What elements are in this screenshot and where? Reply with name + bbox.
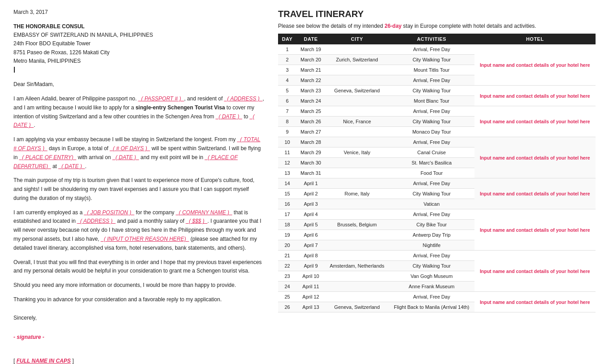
col-city: CITY bbox=[325, 34, 389, 44]
col-activities: ACTIVITIES bbox=[389, 34, 474, 44]
p1-text2: , and resident of bbox=[184, 95, 224, 102]
cell-city bbox=[325, 168, 389, 178]
cell-city: Geneva, Switzerland bbox=[325, 86, 389, 96]
salutation: Dear Sir/Madam, bbox=[13, 80, 265, 89]
cell-day: 26 bbox=[278, 302, 296, 312]
cell-activity: Nightlife bbox=[389, 240, 474, 251]
cell-date: March 25 bbox=[296, 106, 325, 117]
paragraph-4: I am currently employed as a _( JOB POSI… bbox=[13, 208, 265, 253]
addressee-line3: 8751 Paseo de Roxas, 1226 Makati City bbox=[13, 48, 265, 57]
p4-salary-ph: _( $$$ )_ bbox=[186, 218, 207, 224]
cell-activity: Monaco Day Tour bbox=[389, 127, 474, 137]
paragraph-7: Thanking you in advance for your conside… bbox=[13, 295, 265, 304]
days-count: 26-day bbox=[384, 23, 401, 29]
cell-activity: Mount Titlis Tour bbox=[389, 65, 474, 75]
cell-city: Rome, Italy bbox=[325, 189, 389, 199]
cell-day: 25 bbox=[278, 292, 296, 302]
cell-city bbox=[325, 209, 389, 220]
cell-day: 9 bbox=[278, 127, 296, 137]
p2-text6: at bbox=[51, 163, 59, 169]
cell-hotel: Input name and contact details of your h… bbox=[474, 209, 596, 251]
fullname-ph: FULL NAME IN CAPS bbox=[17, 358, 71, 364]
addressee-block: THE HONORABLE CONSUL EMBASSY OF SWITZERL… bbox=[13, 22, 265, 74]
cell-date: March 21 bbox=[296, 65, 325, 75]
table-row: 25April 12Arrival, Free DayInput name an… bbox=[278, 292, 596, 302]
subtitle-text-after: stay in Europe complete with hotel detai… bbox=[402, 23, 536, 29]
cell-city: Geneva, Switzerland bbox=[325, 302, 389, 312]
cell-date: March 30 bbox=[296, 158, 325, 168]
cell-activity: Antwerp Day Trip bbox=[389, 230, 474, 240]
cell-city bbox=[325, 44, 389, 55]
fullname-bracket-open: [ bbox=[13, 358, 17, 364]
cell-hotel: Input name and contact details of your h… bbox=[474, 137, 596, 178]
cell-day: 17 bbox=[278, 209, 296, 220]
letter-section: March 3, 2017 THE HONORABLE CONSUL EMBAS… bbox=[13, 9, 265, 364]
table-header: DAY DATE CITY ACTIVITIES HOTEL bbox=[278, 34, 596, 44]
cell-day: 6 bbox=[278, 96, 296, 106]
cell-city bbox=[325, 199, 389, 209]
p2-text4: with arrival on bbox=[76, 154, 113, 160]
table-body: 1March 19Arrival, Free DayInput name and… bbox=[278, 44, 596, 312]
p1-to: to bbox=[242, 113, 250, 120]
cell-activity: City Walking Tour bbox=[389, 189, 474, 199]
cell-day: 10 bbox=[278, 137, 296, 147]
itinerary-subtitle: Please see below the details of my inten… bbox=[278, 23, 596, 29]
itinerary-section: TRAVEL ITINERARY Please see below the de… bbox=[278, 9, 596, 364]
col-day: DAY bbox=[278, 34, 296, 44]
cell-day: 11 bbox=[278, 147, 296, 158]
signature-block: Sincerely, - signature - [ FULL NAME IN … bbox=[13, 313, 265, 364]
cell-date: March 28 bbox=[296, 137, 325, 147]
cell-activity: Mont Blanc Tour bbox=[389, 96, 474, 106]
p4-company-ph: _( COMPANY NAME )_ bbox=[176, 209, 232, 216]
p2-text2: days in Europe, a total of bbox=[48, 145, 110, 152]
cell-date: April 13 bbox=[296, 302, 325, 312]
cell-activity: Arrival, Free Day bbox=[389, 44, 474, 55]
cell-day: 24 bbox=[278, 282, 296, 292]
table-row: 17April 4Arrival, Free DayInput name and… bbox=[278, 209, 596, 220]
cell-city: Amsterdam, Netherlands bbox=[325, 261, 389, 271]
cell-activity: St. Marc's Basilica bbox=[389, 158, 474, 168]
cell-day: 19 bbox=[278, 230, 296, 240]
p1-dot: . bbox=[34, 122, 35, 128]
p2-date2-ph: _( DATE )_ bbox=[58, 163, 85, 169]
addressee-title: THE HONORABLE CONSUL bbox=[13, 22, 265, 31]
p4-otherreason-ph: _( INPUT OTHER REASON HERE)_ bbox=[101, 236, 189, 242]
cell-date: April 1 bbox=[296, 178, 325, 189]
sincerely-text: Sincerely, bbox=[13, 313, 265, 323]
cell-date: March 26 bbox=[296, 117, 325, 127]
cell-date: March 19 bbox=[296, 44, 325, 55]
cell-day: 8 bbox=[278, 117, 296, 127]
cell-day: 5 bbox=[278, 86, 296, 96]
cell-city bbox=[325, 75, 389, 86]
cell-activity: Food Tour bbox=[389, 168, 474, 178]
cell-hotel: Input name and contact details of your h… bbox=[474, 292, 596, 312]
cell-day: 23 bbox=[278, 271, 296, 282]
cell-city bbox=[325, 158, 389, 168]
cell-date: March 31 bbox=[296, 168, 325, 178]
cell-date: March 23 bbox=[296, 86, 325, 96]
cell-date: March 24 bbox=[296, 96, 325, 106]
cell-hotel: Input name and contact details of your h… bbox=[474, 106, 596, 137]
table-row: 1March 19Arrival, Free DayInput name and… bbox=[278, 44, 596, 55]
cell-city bbox=[325, 230, 389, 240]
itinerary-table: DAY DATE CITY ACTIVITIES HOTEL 1March 19… bbox=[278, 34, 596, 312]
col-hotel: HOTEL bbox=[474, 34, 596, 44]
cell-activity: Vatican bbox=[389, 199, 474, 209]
cell-date: April 6 bbox=[296, 230, 325, 240]
cell-activity: City Walking Tour bbox=[389, 55, 474, 65]
cell-day: 13 bbox=[278, 168, 296, 178]
p4-text2: for the company bbox=[134, 209, 176, 216]
cell-date: March 29 bbox=[296, 147, 325, 158]
cell-date: April 2 bbox=[296, 189, 325, 199]
cell-activity: City Walking Tour bbox=[389, 86, 474, 96]
p1-passport-ph: _( PASSPORT # )_ bbox=[138, 95, 184, 102]
p4-jobpos-ph: _( JOB POSITION )_ bbox=[84, 209, 134, 216]
p2-text1: I am applying via your embassy because I… bbox=[13, 136, 237, 143]
cell-day: 21 bbox=[278, 251, 296, 261]
addressee-line2: 24th Floor BDO Equitable Tower bbox=[13, 39, 265, 48]
subtitle-text-before: Please see below the details of my inten… bbox=[278, 23, 384, 29]
signature-line: - signature - bbox=[13, 333, 265, 342]
cell-city bbox=[325, 178, 389, 189]
cell-activity: Arrival, Free Day bbox=[389, 251, 474, 261]
cell-day: 3 bbox=[278, 65, 296, 75]
